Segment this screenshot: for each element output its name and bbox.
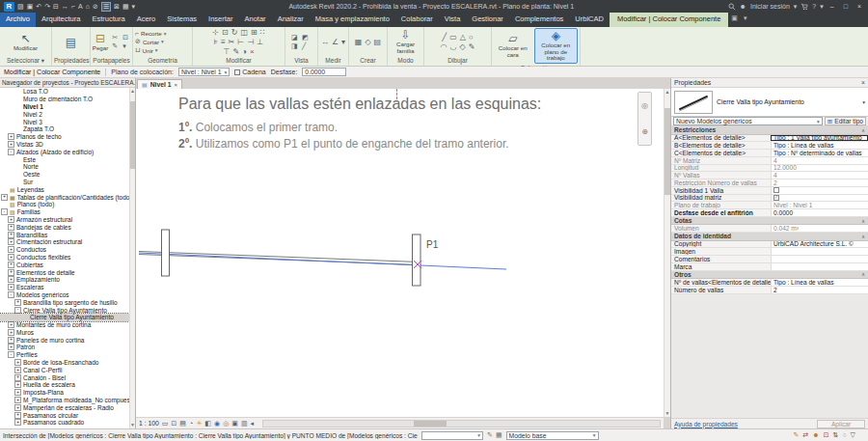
panel-label-geometria[interactable]: Geometría (133, 57, 192, 66)
measure-icon[interactable]: ↔ (62, 3, 68, 10)
split-icon[interactable]: ✂ (229, 38, 235, 46)
help-icon[interactable]: ? (812, 3, 816, 10)
tree-item[interactable]: Sur (0, 179, 129, 186)
tree-item[interactable]: +M_Plataforma moldeada_No compuesta (0, 397, 129, 404)
property-value[interactable]: 0.042 m³ (771, 225, 868, 232)
expand-icon[interactable]: + (8, 269, 14, 276)
tree-item[interactable]: Losa T.O (0, 88, 129, 96)
ribbon-tab-insertar[interactable]: Insertar (203, 13, 238, 27)
offset-input[interactable]: 0.0000 (302, 68, 346, 76)
ribbon-tab-sistemas[interactable]: Sistemas (161, 13, 203, 27)
expand-icon[interactable]: + (14, 359, 21, 366)
type-selector[interactable]: Cierre Valla tipo Ayuntamiento ▾ (671, 88, 868, 117)
tree-item[interactable]: +Emplazamiento (0, 276, 129, 284)
apply-button[interactable]: Aplicar (817, 420, 865, 428)
place-on-work-plane-button[interactable]: ◈ Colocar en plano de trabajo (534, 28, 578, 64)
cart-icon[interactable] (800, 3, 808, 11)
visual-style-icon[interactable]: ◔ (189, 420, 193, 427)
tree-item[interactable]: +Borde de losa-Ensanchado (0, 359, 129, 367)
open-icon[interactable]: ▨ (17, 3, 24, 11)
unhide-icon[interactable]: ◨ (291, 42, 301, 50)
chevron-down-icon[interactable]: ▾ (862, 99, 865, 105)
property-value[interactable]: 12.0000 (771, 165, 868, 172)
fence-model-drawing[interactable]: P1 (136, 89, 664, 417)
collapse-icon[interactable]: - (8, 291, 14, 298)
property-value[interactable]: ✓ (771, 195, 868, 202)
angle-icon[interactable]: ∠ (332, 38, 339, 46)
expand-icon[interactable]: + (8, 344, 14, 350)
property-value[interactable]: 4 (771, 157, 868, 164)
tree-item[interactable]: -Alzados (Alzado de edificio) (0, 148, 129, 155)
tree-item[interactable]: +Cimentación estructural (0, 238, 129, 246)
panel-label-crear[interactable]: Crear (349, 57, 387, 66)
expand-icon[interactable]: + (14, 374, 21, 381)
paste-button[interactable]: ⊟ Pegar (91, 32, 111, 53)
customize-qat-icon[interactable]: ▾ (132, 3, 136, 11)
tree-item[interactable]: +▦Tablas de planificación/Cantidades (to… (0, 193, 129, 201)
tree-item[interactable]: +Barandilla tipo sargento de husillo (0, 298, 129, 306)
section-collapse-icon[interactable]: ∧ (861, 234, 865, 239)
tree-item[interactable]: +Muros (0, 329, 129, 337)
select-toggle-icon[interactable]: ○ (842, 431, 846, 439)
expand-icon[interactable]: + (14, 412, 21, 419)
default-3d-view-icon[interactable]: ⌂ (86, 3, 90, 10)
expand-icon[interactable]: + (8, 329, 14, 336)
placement-plane-select[interactable]: Nivel : Nivel 1 ▾ (178, 68, 230, 76)
property-value[interactable] (771, 248, 868, 255)
move-icon[interactable]: ⊹ (212, 28, 219, 37)
create-group-icon[interactable]: ▦ (355, 38, 363, 46)
measure-options-icon[interactable]: ▾ (341, 38, 345, 46)
fence-post-left[interactable] (162, 230, 170, 276)
property-value[interactable] (771, 187, 868, 194)
fence-rail-top-line[interactable] (139, 252, 419, 262)
expand-icon[interactable]: + (14, 419, 21, 426)
property-value[interactable]: UrbiCAD Architecture S.L. © (771, 241, 868, 248)
ribbon-tab-acero[interactable]: Acero (131, 13, 162, 27)
spline-icon[interactable]: ◇ (460, 42, 466, 51)
tab-modificar-colocar-componente[interactable]: Modificar | Colocar Componente (610, 13, 728, 27)
properties-section-header[interactable]: Otros∧ (671, 271, 868, 280)
requests-icon[interactable]: ⊡ (824, 431, 829, 439)
text-icon[interactable]: A (78, 3, 83, 10)
expand-icon[interactable]: + (14, 367, 21, 373)
copy-icon[interactable]: ⊡ (222, 28, 229, 37)
array-icon[interactable]: ⊞ (251, 28, 258, 37)
tree-item[interactable]: +Canalón - Bisel (0, 373, 129, 381)
properties-section-header[interactable]: Datos de identidad∧ (671, 233, 868, 241)
tree-item[interactable]: +Imposta-Plana (0, 389, 129, 397)
expand-icon[interactable]: + (14, 404, 21, 411)
minimize-button[interactable]: – (827, 3, 837, 10)
expand-icon[interactable]: + (8, 321, 14, 328)
match-properties-icon[interactable]: ✎ (232, 47, 239, 56)
expand-icon[interactable]: + (8, 238, 14, 245)
tree-item[interactable]: +Cubiertas (0, 261, 129, 268)
section-collapse-icon[interactable]: ∧ (861, 271, 865, 277)
modify-button[interactable]: ↖ Modificar (12, 32, 40, 53)
family-filter-select[interactable]: Nuevo Modelos genéricos ▾ (673, 117, 823, 125)
property-value[interactable]: 4 (771, 172, 868, 179)
offset-icon[interactable]: ≡ (221, 38, 226, 46)
checkbox-unchecked-icon[interactable] (773, 187, 779, 193)
canvas-horizontal-scrollbar[interactable] (262, 420, 661, 427)
help-caret-icon[interactable]: ▾ (820, 3, 824, 11)
expand-icon[interactable]: + (14, 381, 21, 388)
editable-only-icon[interactable]: ✎ (794, 431, 800, 439)
chain-checkbox[interactable]: Cadena (234, 69, 266, 75)
property-value[interactable]: 2 (771, 287, 868, 293)
fence-placement-line[interactable] (139, 253, 506, 269)
extend-icon[interactable]: ⊣ (247, 38, 254, 46)
panel-label-seleccionar[interactable]: Seleccionar ▾ (0, 57, 51, 66)
arc-icon[interactable]: ◠ (441, 42, 448, 51)
scrollbar-thumb[interactable] (414, 421, 447, 427)
edit-type-button[interactable]: ⊞ Editar tipo (825, 117, 866, 125)
gray-inactive-icon[interactable]: ▦ (496, 431, 502, 439)
project-browser-header[interactable]: Navegador de proyectos - Proyecto ESCALE… (0, 78, 135, 88)
tree-item[interactable]: Nivel 1 (0, 103, 129, 111)
load-family-button[interactable]: ⇩ Cargar familia (390, 28, 421, 55)
tree-item[interactable]: +Armazón estructural (0, 216, 129, 224)
temporary-view-properties-icon[interactable]: ▣ (231, 420, 238, 427)
place-on-face-button[interactable]: ▱ Colocar en cara (494, 32, 532, 59)
expand-icon[interactable]: + (8, 254, 14, 261)
trim-icon[interactable]: ⊢ (237, 38, 244, 46)
tree-item[interactable]: Zapata T.O (0, 125, 129, 133)
